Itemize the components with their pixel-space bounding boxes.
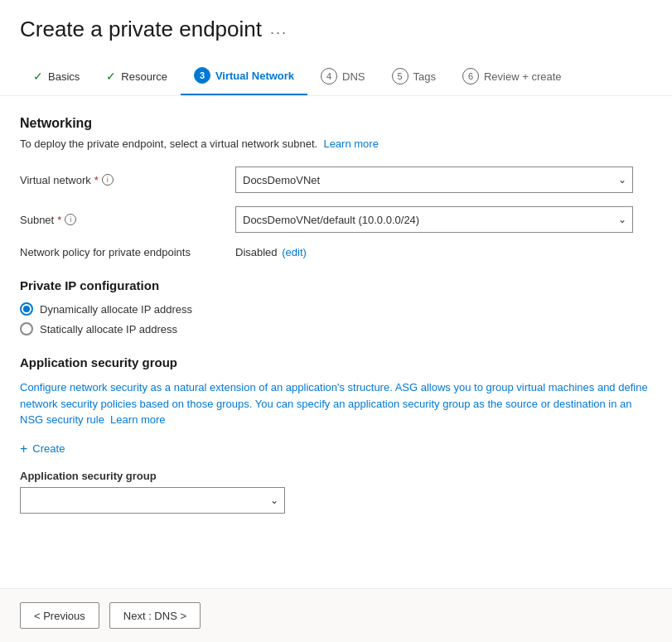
step-basics-label: Basics: [48, 70, 80, 83]
network-policy-value: Disabled (edit): [235, 246, 307, 258]
asg-field-label: Application security group: [20, 470, 652, 482]
subnet-required-asterisk: *: [57, 214, 61, 226]
page-title-text: Create a private endpoint: [20, 17, 262, 42]
step-resource-label: Resource: [121, 70, 167, 83]
step-number-5: 5: [392, 68, 409, 84]
virtual-network-select-wrapper: DocsDemoVNet ⌄: [235, 167, 633, 193]
step-virtual-network-label: Virtual Network: [215, 70, 294, 82]
step-number-3: 3: [194, 67, 210, 84]
virtual-network-info-icon[interactable]: i: [102, 174, 114, 186]
step-resource[interactable]: ✓ Resource: [93, 61, 181, 93]
network-policy-edit-link[interactable]: (edit): [282, 246, 307, 258]
subnet-select-wrapper: DocsDemoVNet/default (10.0.0.0/24) ⌄: [235, 206, 633, 233]
virtual-network-select[interactable]: DocsDemoVNet: [235, 167, 633, 193]
virtual-network-label: Virtual network * i: [20, 174, 235, 186]
create-asg-label: Create: [32, 442, 65, 455]
previous-button[interactable]: < Previous: [20, 602, 99, 629]
plus-icon: +: [20, 442, 27, 456]
asg-select-wrapper: ⌄: [20, 487, 285, 514]
step-virtual-network[interactable]: 3 Virtual Network: [181, 59, 307, 95]
subnet-label: Subnet * i: [20, 214, 235, 226]
main-content: Networking To deploy the private endpoin…: [0, 96, 672, 588]
network-policy-label: Network policy for private endpoints: [20, 246, 235, 258]
asg-description: Configure network security as a natural …: [20, 379, 652, 428]
step-dns-label: DNS: [342, 70, 365, 83]
step-dns[interactable]: 4 DNS: [307, 60, 378, 94]
learn-more-networking-link[interactable]: Learn more: [323, 138, 378, 150]
dynamic-ip-label: Dynamically allocate IP address: [40, 303, 192, 316]
footer: < Previous Next : DNS >: [0, 588, 672, 642]
check-icon-resource: ✓: [106, 70, 116, 83]
private-ip-section-title: Private IP configuration: [20, 278, 652, 292]
network-policy-row: Network policy for private endpoints Dis…: [20, 246, 652, 258]
create-asg-button[interactable]: + Create: [20, 442, 65, 456]
page-title: Create a private endpoint ...: [20, 17, 652, 42]
step-review-create-label: Review + create: [484, 70, 562, 83]
asg-select[interactable]: [20, 487, 285, 514]
asg-section: Application security group Configure net…: [20, 355, 652, 514]
step-tags[interactable]: 5 Tags: [379, 60, 449, 94]
step-basics[interactable]: ✓ Basics: [20, 61, 93, 93]
step-review-create[interactable]: 6 Review + create: [449, 60, 575, 94]
subnet-info-icon[interactable]: i: [65, 214, 76, 225]
virtual-network-row: Virtual network * i DocsDemoVNet ⌄: [20, 167, 652, 193]
subnet-select[interactable]: DocsDemoVNet/default (10.0.0.0/24): [235, 206, 633, 233]
networking-description-text: To deploy the private endpoint, select a…: [20, 138, 317, 150]
static-ip-label: Statically allocate IP address: [40, 323, 177, 335]
wizard-nav: ✓ Basics ✓ Resource 3 Virtual Network 4 …: [0, 51, 672, 96]
required-asterisk: *: [94, 174, 99, 186]
private-ip-radio-group: Dynamically allocate IP address Statical…: [20, 302, 652, 335]
learn-more-asg-link[interactable]: Learn more: [110, 413, 165, 426]
dynamic-ip-radio[interactable]: [20, 302, 33, 316]
step-number-6: 6: [462, 68, 479, 84]
static-ip-radio[interactable]: [20, 322, 33, 335]
subnet-row: Subnet * i DocsDemoVNet/default (10.0.0.…: [20, 206, 652, 233]
step-number-4: 4: [321, 68, 337, 84]
network-policy-status: Disabled: [235, 246, 278, 258]
networking-section-title: Networking: [20, 116, 652, 131]
asg-section-title: Application security group: [20, 355, 652, 369]
page-title-ellipsis: ...: [270, 21, 288, 38]
next-button[interactable]: Next : DNS >: [109, 602, 201, 629]
check-icon: ✓: [33, 70, 43, 83]
networking-description: To deploy the private endpoint, select a…: [20, 138, 652, 150]
step-tags-label: Tags: [413, 70, 436, 83]
dynamic-ip-option[interactable]: Dynamically allocate IP address: [20, 302, 652, 316]
static-ip-option[interactable]: Statically allocate IP address: [20, 322, 652, 335]
